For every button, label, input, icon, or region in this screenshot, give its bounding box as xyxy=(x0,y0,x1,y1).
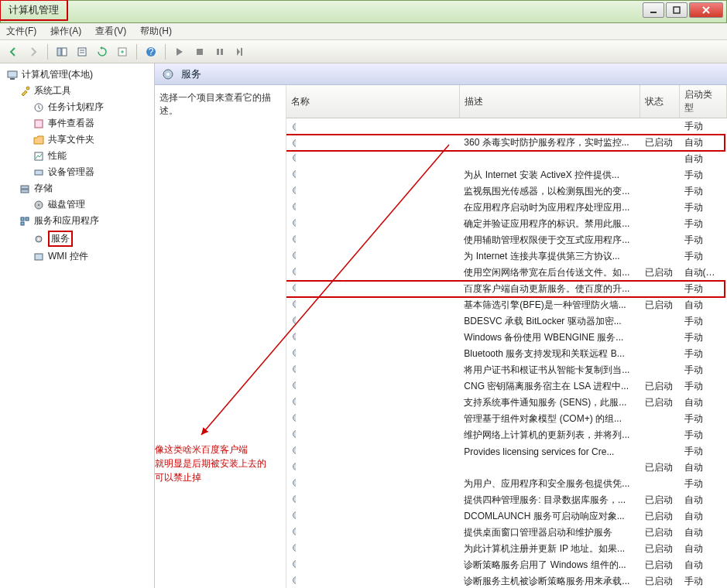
tree-performance[interactable]: 性能 xyxy=(2,148,153,164)
menu-file[interactable]: 文件(F) xyxy=(3,23,39,39)
service-row[interactable]: Application Identity确定并验证应用程序的标识。禁用此服...… xyxy=(286,216,727,232)
tree-storage[interactable]: 存储 xyxy=(2,180,153,197)
export-button[interactable] xyxy=(114,43,131,60)
service-row[interactable]: CNG Key IsolationCNG 密钥隔离服务宿主在 LSA 进程中..… xyxy=(286,378,727,395)
service-row[interactable]: DHCP Client为此计算机注册并更新 IP 地址。如果...已启动自动 xyxy=(286,541,727,557)
minimize-button[interactable] xyxy=(643,2,664,18)
svg-point-69 xyxy=(293,398,297,405)
service-start-cell: 自动 xyxy=(680,557,727,573)
service-row[interactable]: Cryptographic Services提供四种管理服务: 目录数据库服务，… xyxy=(286,492,727,508)
services-table-pane[interactable]: 名称 描述 状态 启动类型 360 杀毒全盘扫描辅助服务手动360 杀毒实时防护… xyxy=(286,85,727,588)
service-desc-cell: 将用户证书和根证书从智能卡复制到当... xyxy=(459,362,640,378)
svg-point-18 xyxy=(26,87,29,90)
service-row[interactable]: Adaptive Brightness监视氛围光传感器，以检测氛围光的变...手… xyxy=(286,183,727,200)
service-start-cell: 自动(延... xyxy=(680,265,727,281)
menu-action[interactable]: 操作(A) xyxy=(47,23,84,39)
svg-rect-17 xyxy=(10,78,15,80)
close-button[interactable] xyxy=(689,2,723,18)
service-row[interactable]: DCOM Server Process LauncherDCOMLAUNCH 服… xyxy=(286,508,727,525)
service-desc-cell: 为用户、应用程序和安全服务包提供凭... xyxy=(459,476,640,492)
service-row[interactable]: Block Level Backup Engine Servi...Window… xyxy=(286,330,727,346)
service-row[interactable]: COM+ Event System支持系统事件通知服务 (SENS)，此服...… xyxy=(286,395,727,411)
service-row[interactable]: Acronis OS Selector Reinstall Se...自动 xyxy=(286,151,727,167)
back-button[interactable] xyxy=(5,43,22,60)
service-start-cell: 自动 xyxy=(680,135,727,151)
service-row[interactable]: Computer Browser维护网络上计算机的更新列表，并将列...手动 xyxy=(286,427,727,443)
service-state-cell xyxy=(640,427,680,443)
play-button[interactable] xyxy=(171,43,188,60)
col-state[interactable]: 状态 xyxy=(640,85,680,118)
service-state-cell: 已启动 xyxy=(640,492,680,508)
pause-button[interactable] xyxy=(211,43,228,60)
service-row[interactable]: Credential Manager为用户、应用程序和安全服务包提供凭...手动 xyxy=(286,476,727,492)
col-name[interactable]: 名称 xyxy=(286,85,459,118)
refresh-button[interactable] xyxy=(94,43,111,60)
service-state-cell xyxy=(640,443,680,460)
tree-task-scheduler[interactable]: 任务计划程序 xyxy=(2,99,153,115)
nav-tree[interactable]: 计算机管理(本地) 系统工具 任务计划程序 事件查看器 共享文件夹 性能 设备管… xyxy=(0,63,155,588)
gear-icon xyxy=(161,67,175,81)
service-start-cell: 手动 xyxy=(680,232,727,248)
service-state-cell xyxy=(640,200,680,216)
service-start-cell: 自动 xyxy=(680,151,727,167)
service-state-cell: 已启动 xyxy=(640,265,680,281)
tree-shared-folders[interactable]: 共享文件夹 xyxy=(2,132,153,148)
svg-point-67 xyxy=(293,382,297,389)
tree-services-apps[interactable]: 服务和应用程序 xyxy=(2,213,153,229)
tree-device-manager[interactable]: 设备管理器 xyxy=(2,164,153,180)
service-row[interactable]: Diagnostic Policy Service诊断策略服务启用了 Windo… xyxy=(286,557,727,573)
service-row[interactable]: Certificate Propagation将用户证书和根证书从智能卡复制到当… xyxy=(286,362,727,378)
service-row[interactable]: Diagnostic Service Host诊断服务主机被诊断策略服务用来承载… xyxy=(286,573,727,588)
svg-point-57 xyxy=(293,301,297,308)
service-start-cell: 手动 xyxy=(680,476,727,492)
tree-wmi[interactable]: WMI 控件 xyxy=(2,248,153,265)
forward-button[interactable] xyxy=(25,43,42,60)
service-row[interactable]: Background Intelligent Transfer...使用空闲网络… xyxy=(286,265,727,281)
show-hide-tree-button[interactable] xyxy=(53,43,70,60)
service-row[interactable]: Application Experience在应用程序启动时为应用程序处理应用.… xyxy=(286,200,727,216)
service-desc-cell: 360 杀毒实时防护服务程序，实时监控... xyxy=(459,135,640,151)
col-desc[interactable]: 描述 xyxy=(459,85,640,118)
col-start[interactable]: 启动类型 xyxy=(680,85,727,118)
properties-button[interactable] xyxy=(74,43,91,60)
service-row[interactable]: Desktop Window Manager Sess...提供桌面窗口管理器启… xyxy=(286,525,727,541)
service-row[interactable]: Creative Audio Service已启动自动 xyxy=(286,460,727,476)
service-row[interactable]: 360 杀毒实时防护服务360 杀毒实时防护服务程序，实时监控...已启动自动 xyxy=(286,135,727,151)
help-button[interactable]: ? xyxy=(142,43,159,60)
tree-disk-mgmt[interactable]: 磁盘管理 xyxy=(2,197,153,213)
service-row[interactable]: Base Filtering Engine基本筛选引擎(BFE)是一种管理防火墙… xyxy=(286,297,727,313)
svg-point-47 xyxy=(293,220,297,227)
tree-services[interactable]: 服务 xyxy=(2,229,153,248)
service-row[interactable]: Bluetooth Support ServiceBluetooth 服务支持发… xyxy=(286,346,727,362)
service-state-cell xyxy=(640,330,680,346)
tree-root[interactable]: 计算机管理(本地) xyxy=(2,67,153,83)
service-name-cell: Block Level Backup Engine Servi... xyxy=(286,330,296,344)
service-row[interactable]: BitLocker Drive Encryption Servi...BDESV… xyxy=(286,313,727,330)
tree-event-viewer[interactable]: 事件查看器 xyxy=(2,115,153,132)
restart-button[interactable] xyxy=(231,43,249,60)
stop-button[interactable] xyxy=(191,43,208,60)
description-prompt: 选择一个项目来查看它的描述。 xyxy=(159,92,271,116)
service-row[interactable]: Baidu Updater百度客户端自动更新服务。使百度的升...手动 xyxy=(286,281,727,297)
svg-point-59 xyxy=(293,317,297,324)
service-name-cell: Adaptive Brightness xyxy=(286,183,296,197)
tree-system-tools[interactable]: 系统工具 xyxy=(2,83,153,99)
service-name-cell: Cryptographic Services xyxy=(286,492,296,506)
service-start-cell: 手动 xyxy=(680,427,727,443)
svg-point-85 xyxy=(293,528,297,535)
service-row[interactable]: ActiveX Installer (AxInstSV)为从 Internet … xyxy=(286,167,727,183)
service-row[interactable]: Application Information使用辅助管理权限便于交互式应用程序… xyxy=(286,232,727,248)
svg-point-31 xyxy=(38,238,40,240)
service-desc-cell: DCOMLAUNCH 服务可启动响应对象... xyxy=(459,508,640,525)
svg-rect-16 xyxy=(8,71,17,77)
maximize-button[interactable] xyxy=(666,2,688,18)
service-row[interactable]: COM+ System Application管理基于组件对象模型 (COM+)… xyxy=(286,411,727,427)
svg-rect-28 xyxy=(26,217,29,220)
service-row[interactable]: Creative Audio Engine Licensing...Provid… xyxy=(286,443,727,460)
menu-view[interactable]: 查看(V) xyxy=(92,23,129,39)
service-row[interactable]: 360 杀毒全盘扫描辅助服务手动 xyxy=(286,118,727,135)
menu-help[interactable]: 帮助(H) xyxy=(137,23,175,39)
service-name-cell: Creative Audio Engine Licensing... xyxy=(286,443,296,457)
service-start-cell: 手动 xyxy=(680,248,727,265)
service-row[interactable]: Application Layer Gateway Servi...为 Inte… xyxy=(286,248,727,265)
